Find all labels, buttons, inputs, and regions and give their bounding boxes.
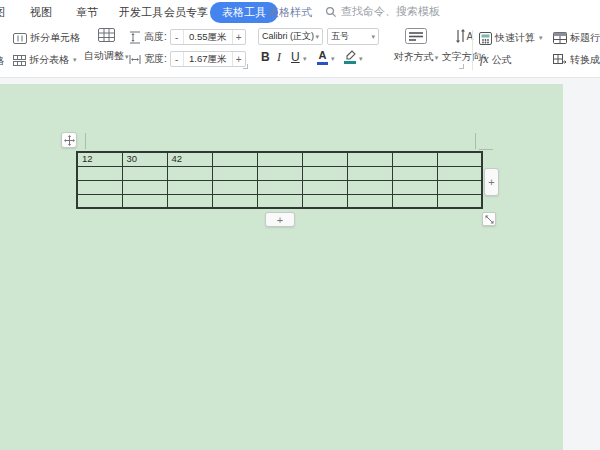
table-cell[interactable]	[212, 166, 257, 180]
split-table-label: 拆分表格	[29, 53, 69, 67]
doc-table: 123042	[76, 151, 483, 209]
table-cell[interactable]	[167, 166, 212, 180]
table-row	[77, 194, 482, 208]
group-expand-mark[interactable]	[459, 64, 464, 69]
table-cell[interactable]	[167, 194, 212, 208]
title-row-button[interactable]: 标题行	[553, 31, 600, 45]
document-canvas: 123042 + +	[0, 78, 600, 450]
group-expand-mark[interactable]	[243, 64, 248, 69]
highlight-button[interactable]	[344, 50, 356, 64]
margin-crop-mark	[479, 149, 493, 150]
table-cell[interactable]	[77, 194, 122, 208]
height-spinner: - 0.55厘米 +	[170, 29, 246, 45]
convert-label: 转换成	[570, 53, 600, 67]
table-cell[interactable]	[257, 166, 302, 180]
command-search[interactable]: 查找命令、搜索模板	[325, 4, 440, 19]
convert-table-icon	[553, 54, 567, 66]
table-cell[interactable]	[122, 166, 167, 180]
split-cells-button[interactable]: 拆分单元格	[13, 31, 80, 45]
split-cells-label: 拆分单元格	[30, 31, 80, 45]
quick-calc-label: 快速计算	[495, 31, 535, 45]
font-color-bar	[317, 62, 328, 65]
table-cell[interactable]	[302, 194, 347, 208]
add-column-button[interactable]: +	[484, 168, 499, 196]
underline-chevron-icon[interactable]: ▾	[303, 55, 307, 63]
table-cell[interactable]	[302, 152, 347, 166]
table-cell[interactable]	[347, 180, 392, 194]
width-decrease-button[interactable]: -	[171, 52, 184, 66]
table-cell[interactable]	[302, 180, 347, 194]
alignment-label: 对齐方式	[394, 51, 434, 62]
font-color-button[interactable]: A	[317, 50, 328, 65]
height-increase-button[interactable]: +	[232, 30, 245, 44]
table-cell[interactable]	[212, 180, 257, 194]
table-cell[interactable]	[392, 194, 437, 208]
italic-button[interactable]: I	[277, 50, 281, 65]
chevron-down-icon: ▾	[315, 33, 319, 41]
alignment-button[interactable]: 对齐方式▾	[392, 28, 440, 64]
height-decrease-button[interactable]: -	[171, 30, 184, 44]
table-cell[interactable]: 42	[167, 152, 212, 166]
table-cell[interactable]	[302, 166, 347, 180]
table-cell[interactable]	[122, 194, 167, 208]
table-cell[interactable]: 30	[122, 152, 167, 166]
chevron-down-icon: ▾	[435, 54, 439, 61]
table-cell[interactable]	[257, 194, 302, 208]
table-cell[interactable]	[437, 166, 482, 180]
width-value[interactable]: 1.67厘米	[184, 52, 232, 66]
table-move-handle[interactable]	[61, 132, 77, 148]
menubar: 图 视图 章节 开发工具 会员专享 表格工具 表格样式 查找命令、搜索模板	[0, 0, 600, 24]
col-width-control: 宽度: - 1.67厘米 +	[129, 51, 246, 67]
height-label: 高度:	[144, 30, 167, 44]
convert-button[interactable]: 转换成	[553, 53, 600, 67]
table-resize-handle[interactable]	[482, 212, 496, 226]
highlight-chevron-icon[interactable]: ▾	[359, 55, 363, 63]
ribbon-table-tools: 格 拆分单元格 拆分表格▾ 自动调整▾ 高度: - 0.55厘米 +	[0, 24, 600, 78]
table-cell[interactable]	[437, 194, 482, 208]
fx-icon: fx	[480, 52, 489, 67]
table-cell[interactable]	[437, 180, 482, 194]
table-cell[interactable]: 12	[77, 152, 122, 166]
font-color-chevron-icon[interactable]: ▾	[331, 55, 335, 63]
table-cell[interactable]	[257, 180, 302, 194]
search-icon	[325, 6, 337, 18]
table-cell[interactable]	[77, 180, 122, 194]
table-cell[interactable]	[392, 180, 437, 194]
table-cell[interactable]	[77, 166, 122, 180]
height-value[interactable]: 0.55厘米	[184, 30, 232, 44]
row-height-control: 高度: - 0.55厘米 +	[129, 29, 246, 45]
table-cell[interactable]	[347, 194, 392, 208]
font-size-select[interactable]: 五号▾	[327, 28, 379, 45]
table-cell[interactable]	[257, 152, 302, 166]
autofit-button[interactable]: 自动调整▾	[84, 28, 128, 63]
split-table-button[interactable]: 拆分表格▾	[13, 53, 77, 67]
tab-section[interactable]: 章节	[76, 5, 98, 20]
tab-member[interactable]: 会员专享	[164, 5, 208, 20]
table-cell[interactable]	[437, 152, 482, 166]
tab-view[interactable]: 视图	[30, 5, 52, 20]
table-cell[interactable]	[392, 166, 437, 180]
table-cell[interactable]	[347, 152, 392, 166]
table-cell[interactable]	[212, 152, 257, 166]
underline-button[interactable]: U	[291, 50, 300, 64]
quick-calc-button[interactable]: 快速计算▾	[479, 31, 543, 45]
margin-crop-mark	[85, 133, 86, 149]
chevron-down-icon: ▾	[539, 34, 543, 42]
text-direction-label: 文字方向	[442, 51, 482, 62]
table-cell[interactable]	[392, 152, 437, 166]
width-label: 宽度:	[144, 52, 167, 66]
table-cell[interactable]	[347, 166, 392, 180]
tab-developer[interactable]: 开发工具	[119, 5, 163, 20]
move-cross-icon	[64, 135, 75, 146]
document-page[interactable]: 123042 + +	[0, 84, 563, 450]
tab-cut-left[interactable]: 图	[0, 5, 5, 20]
margin-crop-mark	[475, 133, 476, 149]
table-cell[interactable]	[212, 194, 257, 208]
bold-button[interactable]: B	[261, 50, 270, 64]
table-cell[interactable]	[167, 180, 212, 194]
table-cell[interactable]	[122, 180, 167, 194]
add-row-button[interactable]: +	[265, 212, 295, 227]
formula-button[interactable]: fx 公式	[480, 52, 512, 67]
tab-table-style[interactable]: 表格样式	[268, 5, 312, 20]
font-name-select[interactable]: Calibri (正文)▾	[258, 28, 323, 45]
